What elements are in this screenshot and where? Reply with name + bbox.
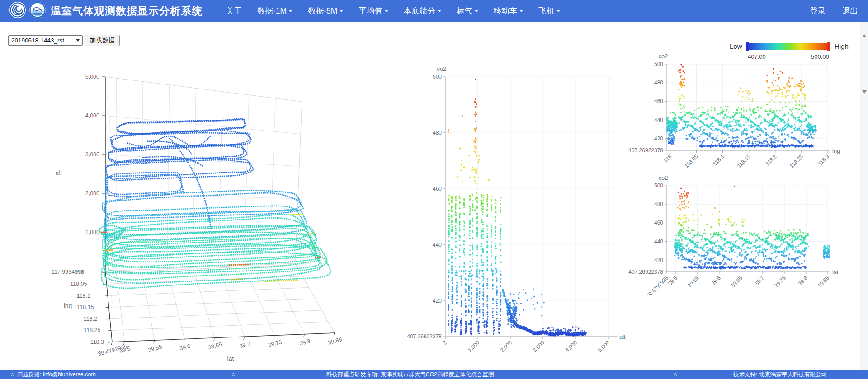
top-navbar: 温室气体观测数据显示分析系统 关于数据-1M数据-5M平均值本底筛分标气移动车飞… bbox=[0, 0, 868, 22]
tick-label: lng bbox=[64, 302, 72, 309]
tick-label: alt bbox=[619, 333, 626, 340]
footer-support: 技术支持: 北京鸿霖宇天科技有限公司 bbox=[733, 370, 827, 379]
tick-label: 39.65 bbox=[730, 275, 744, 289]
tick-label: 39.55 bbox=[686, 275, 700, 289]
axes: 500480460440420407.26922378118118.05118.… bbox=[628, 53, 840, 169]
scatter-points bbox=[448, 79, 587, 337]
legend-max-handle[interactable] bbox=[827, 42, 830, 51]
nav-item-4[interactable]: 本底筛分 bbox=[404, 5, 441, 16]
tick-label: 460 bbox=[433, 186, 442, 192]
chevron-down-icon bbox=[76, 39, 80, 42]
nav-item-label: 移动车 bbox=[494, 5, 518, 16]
tick-label: 39.8 bbox=[797, 275, 809, 287]
tick-label: 118.15 bbox=[77, 304, 94, 310]
tick-label: 39.8 bbox=[299, 338, 311, 347]
tick-label: 118.25 bbox=[84, 327, 100, 333]
nav-menu: 关于数据-1M数据-5M平均值本底筛分标气移动车飞机 bbox=[226, 5, 560, 16]
caret-down-icon bbox=[519, 10, 523, 12]
load-data-button[interactable]: 加载数据 bbox=[85, 35, 120, 46]
tick-label: 500 bbox=[654, 61, 663, 67]
tick-label: 480 bbox=[433, 130, 442, 136]
cma-logo-icon bbox=[9, 1, 26, 20]
tick-label: 118.05 bbox=[70, 281, 87, 287]
tick-label: 39.75 bbox=[267, 339, 283, 349]
nav-item-5[interactable]: 标气 bbox=[457, 5, 478, 16]
nav-item-1[interactable]: 数据-1M bbox=[257, 5, 292, 16]
tick-label: 118 bbox=[75, 269, 84, 276]
tick-label: 39.75 bbox=[773, 275, 787, 289]
login-button[interactable]: 登录 bbox=[810, 5, 826, 16]
tick-label: 407.26922378 bbox=[628, 269, 663, 275]
tick-label: 2 bbox=[442, 339, 448, 346]
scroll-down-icon[interactable] bbox=[862, 90, 867, 94]
tick-label: 39.65 bbox=[208, 341, 223, 351]
iap-logo-icon bbox=[29, 1, 46, 20]
tick-label: 39.6 bbox=[179, 343, 191, 352]
legend-gradient-bar[interactable] bbox=[748, 43, 828, 50]
tick-label: lat bbox=[227, 355, 234, 362]
tick-label: 500 bbox=[433, 74, 442, 80]
scroll-up-icon[interactable] bbox=[862, 34, 867, 37]
tick-label: 4,000 bbox=[564, 339, 578, 353]
tick-label: 39.7 bbox=[239, 340, 251, 349]
logout-button[interactable]: 退出 bbox=[842, 5, 858, 16]
co2-vs-lng-chart[interactable]: 500480460440420407.26922378118118.05118.… bbox=[615, 50, 868, 173]
tick-label: 39.85 bbox=[816, 275, 830, 289]
caret-down-icon bbox=[557, 10, 560, 12]
legend-min-value: 407.00 bbox=[748, 53, 766, 60]
tick-label: 3,000 bbox=[85, 151, 99, 158]
dataset-select[interactable]: 20190618-1443_rst bbox=[8, 35, 83, 46]
tick-label: 420 bbox=[654, 257, 663, 263]
nav-item-2[interactable]: 数据-5M bbox=[308, 5, 343, 16]
nav-item-label: 关于 bbox=[226, 5, 242, 16]
nav-item-6[interactable]: 移动车 bbox=[494, 5, 524, 16]
flight-trajectory bbox=[99, 119, 331, 288]
nav-item-label: 本底筛分 bbox=[404, 5, 435, 16]
nav-item-0[interactable]: 关于 bbox=[226, 5, 242, 16]
tick-label: 407.26922378 bbox=[407, 333, 442, 340]
tick-label: 460 bbox=[654, 220, 663, 226]
tick-label: 118.2 bbox=[764, 153, 778, 167]
tick-label: 480 bbox=[654, 80, 663, 86]
caret-down-icon bbox=[340, 10, 343, 12]
nav-item-7[interactable]: 飞机 bbox=[538, 5, 560, 16]
co2-vs-lat-chart[interactable]: 500480460440420407.2692237839.479293539.… bbox=[615, 172, 868, 295]
nav-item-label: 数据-5M bbox=[308, 5, 337, 16]
axes-3d: 5,0004,0003,0002,0001,000alt117.99349981… bbox=[52, 74, 343, 362]
co2-vs-alt-chart[interactable]: 500480460440420407.2692237821,0002,0003,… bbox=[389, 50, 635, 366]
tick-label: 39.4792935 bbox=[645, 275, 670, 295]
tick-label: 118.05 bbox=[683, 153, 699, 169]
tick-label: 118.3 bbox=[90, 339, 104, 345]
tick-label: 3,000 bbox=[532, 339, 546, 353]
footer-dot-icon bbox=[11, 373, 14, 376]
tick-label: 480 bbox=[654, 201, 663, 207]
legend-max-value: 500.00 bbox=[811, 53, 829, 60]
tick-label: 39.7 bbox=[754, 275, 766, 287]
tick-label: 5,000 bbox=[597, 339, 611, 353]
tick-label: co2 bbox=[437, 66, 447, 72]
tick-label: 440 bbox=[654, 239, 663, 245]
app-title: 温室气体观测数据显示分析系统 bbox=[51, 4, 203, 18]
nav-item-3[interactable]: 平均值 bbox=[359, 5, 388, 16]
caret-down-icon bbox=[289, 10, 292, 12]
tick-label: 460 bbox=[654, 98, 663, 104]
grid-lines bbox=[667, 186, 828, 272]
tick-label: co2 bbox=[659, 53, 668, 60]
flight-track-3d-chart[interactable]: 5,0004,0003,0002,0001,000alt117.99349981… bbox=[36, 52, 353, 368]
tick-label: 39.5 bbox=[667, 275, 679, 287]
tick-label: 407.26922378 bbox=[628, 147, 663, 154]
footer-bar: 问题反馈: info@hluniverse.com 科技部重点研发专项: 京津冀… bbox=[0, 370, 868, 379]
colormap-legend[interactable]: Low High 407.00 500.00 bbox=[727, 42, 863, 62]
vertical-scrollbar[interactable] bbox=[860, 22, 868, 370]
tick-label: 118 bbox=[662, 153, 673, 164]
tick-label: 118.2 bbox=[84, 316, 97, 322]
nav-item-label: 平均值 bbox=[359, 5, 382, 16]
nav-item-label: 数据-1M bbox=[257, 5, 287, 16]
tick-label: 39.55 bbox=[147, 344, 163, 354]
nav-item-label: 飞机 bbox=[538, 5, 554, 16]
legend-low-label: Low bbox=[730, 42, 742, 50]
tick-label: co2 bbox=[659, 174, 668, 181]
footer-dot-icon bbox=[232, 373, 235, 376]
legend-high-label: High bbox=[835, 42, 849, 50]
tick-label: 118.1 bbox=[712, 153, 726, 167]
